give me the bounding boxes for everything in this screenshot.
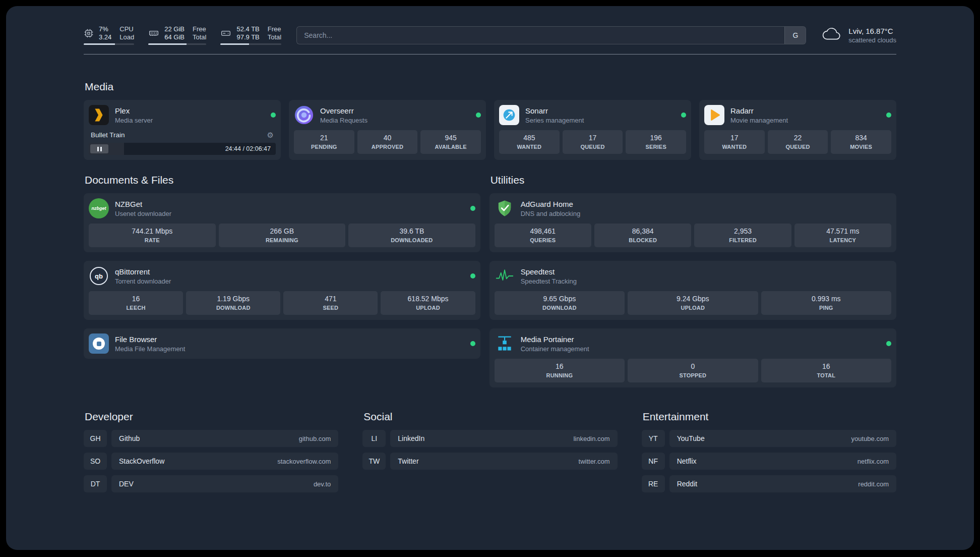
bookmark-abbr: DT xyxy=(84,475,107,492)
stat-wanted: 485 WANTED xyxy=(499,130,560,154)
plex-icon xyxy=(89,105,109,125)
nzbget-card[interactable]: nzbget NZBGet Usenet downloader 744.21 M… xyxy=(84,193,480,252)
disk-usage-bar xyxy=(220,43,281,45)
service-name: Radarr xyxy=(730,106,788,115)
stat-queued: 22 QUEUED xyxy=(768,130,828,154)
bookmark-dev[interactable]: DT DEV dev.to xyxy=(84,475,338,492)
bookmark-reddit[interactable]: RE Reddit reddit.com xyxy=(642,475,896,492)
bookmark-name: Netflix xyxy=(677,457,697,465)
stat-downloaded: 39.6 TB DOWNLOADED xyxy=(348,224,475,247)
memory-total: 64 GiB xyxy=(164,33,185,41)
bookmark-linkedin[interactable]: LI LinkedIn linkedin.com xyxy=(362,430,617,447)
adguard-icon xyxy=(495,198,515,218)
cloud-icon xyxy=(821,27,842,44)
service-desc: Series management xyxy=(525,117,584,124)
memory-total-label: Total xyxy=(193,33,206,41)
bookmark-url: linkedin.com xyxy=(573,435,609,442)
service-desc: Usenet downloader xyxy=(115,210,171,217)
memory-free-label: Free xyxy=(193,25,206,33)
bookmark-group-entertainment: Entertainment YT YouTube youtube.com NF … xyxy=(642,411,896,498)
bookmark-name: LinkedIn xyxy=(398,434,424,442)
bookmark-abbr: LI xyxy=(362,430,386,447)
bookmark-twitter[interactable]: TW Twitter twitter.com xyxy=(362,453,617,470)
resource-widgets: 7% CPU 3.24 Load xyxy=(84,25,281,45)
stat-pending: 21 PENDING xyxy=(294,130,354,154)
bookmark-github[interactable]: GH Github github.com xyxy=(84,430,338,447)
stat-seed: 471 SEED xyxy=(283,291,378,315)
dashboard-page: 7% CPU 3.24 Load xyxy=(6,6,974,550)
bookmark-url: reddit.com xyxy=(858,480,889,488)
plex-card[interactable]: Plex Media server Bullet Train ⚙ 24:44 /… xyxy=(84,100,281,160)
bookmark-url: netflix.com xyxy=(858,458,889,465)
bookmark-youtube[interactable]: YT YouTube youtube.com xyxy=(642,430,896,447)
sonarr-card[interactable]: Sonarr Series management 485 WANTED 17 Q… xyxy=(494,100,691,160)
disk-total: 97.9 TB xyxy=(236,33,259,41)
now-playing-progress: 24:44 / 02:06:47 xyxy=(89,143,276,155)
bookmark-url: stackoverflow.com xyxy=(277,458,331,465)
service-name: Sonarr xyxy=(525,106,584,115)
status-dot xyxy=(470,206,475,211)
stat-blocked: 86,384 BLOCKED xyxy=(594,224,691,247)
utilities-column: Utilities AdGuard Home DNS and adblockin… xyxy=(489,160,896,387)
disk-free-label: Free xyxy=(268,25,281,33)
stat-total: 16 TOTAL xyxy=(761,359,891,382)
cpu-load-label: Load xyxy=(119,33,134,41)
filebrowser-card[interactable]: File Browser Media File Management xyxy=(84,328,480,359)
bookmark-netflix[interactable]: NF Netflix netflix.com xyxy=(642,453,896,470)
bookmark-name: YouTube xyxy=(677,434,705,442)
now-playing-time: 24:44 / 02:06:47 xyxy=(225,145,274,152)
speedtest-icon xyxy=(495,266,515,286)
media-grid: Plex Media server Bullet Train ⚙ 24:44 /… xyxy=(84,100,896,160)
weather-widget[interactable]: Lviv, 16.87°C scattered clouds xyxy=(821,27,896,44)
stat-download: 9.65 Gbps DOWNLOAD xyxy=(495,291,625,315)
disk-total-label: Total xyxy=(268,33,281,41)
bookmark-group-social: Social LI LinkedIn linkedin.com TW Twitt… xyxy=(362,411,617,498)
status-dot xyxy=(476,113,481,118)
bookmark-abbr: TW xyxy=(362,453,386,470)
qbittorrent-icon: qb xyxy=(89,266,109,286)
search-provider-button[interactable]: G xyxy=(784,27,806,44)
memory-free: 22 GiB xyxy=(164,25,185,33)
bookmark-abbr: GH xyxy=(84,430,107,447)
gear-icon[interactable]: ⚙ xyxy=(267,131,274,139)
disk-icon xyxy=(220,28,231,38)
speedtest-card[interactable]: Speedtest Speedtest Tracking 9.65 Gbps D… xyxy=(489,261,896,320)
cpu-label: CPU xyxy=(119,25,134,33)
section-title-social: Social xyxy=(363,411,617,423)
bookmark-stackoverflow[interactable]: SO StackOverflow stackoverflow.com xyxy=(84,453,338,470)
portainer-card[interactable]: Media Portainer Container management 16 … xyxy=(489,328,896,387)
stat-download: 1.19 Gbps DOWNLOAD xyxy=(186,291,280,315)
bookmark-abbr: SO xyxy=(84,453,107,470)
memory-widget: 22 GiB Free 64 GiB Total xyxy=(148,25,206,45)
bookmark-name: DEV xyxy=(119,480,134,488)
topbar-divider xyxy=(84,54,896,54)
service-desc: Movie management xyxy=(730,117,788,124)
section-title-developer: Developer xyxy=(85,411,338,423)
service-desc: Media server xyxy=(115,117,153,124)
service-name: qBittorrent xyxy=(115,267,171,276)
stat-running: 16 RUNNING xyxy=(495,359,625,382)
service-name: File Browser xyxy=(115,335,185,344)
status-dot xyxy=(470,273,475,278)
bookmark-group-developer: Developer GH Github github.com SO StackO… xyxy=(84,411,338,498)
search-input[interactable] xyxy=(297,27,784,44)
stat-ping: 0.993 ms PING xyxy=(761,291,891,315)
service-desc: Media Requests xyxy=(320,117,368,124)
radarr-card[interactable]: Radarr Movie management 17 WANTED 22 QUE… xyxy=(699,100,896,160)
topbar: 7% CPU 3.24 Load xyxy=(84,25,896,45)
search-bar: G xyxy=(296,26,806,44)
qbittorrent-card[interactable]: qb qBittorrent Torrent downloader 16 LEE… xyxy=(84,261,480,320)
cpu-percent: 7% xyxy=(99,25,111,33)
overseerr-card[interactable]: Overseerr Media Requests 21 PENDING 40 A… xyxy=(289,100,486,160)
weather-location: Lviv, 16.87°C xyxy=(848,27,896,35)
adguard-card[interactable]: AdGuard Home DNS and adblocking 498,461 … xyxy=(489,193,896,252)
overseerr-icon xyxy=(294,105,314,125)
status-dot xyxy=(886,113,891,118)
stat-available: 945 AVAILABLE xyxy=(420,130,481,154)
documents-column: Documents & Files nzbget NZBGet Usenet d… xyxy=(84,160,480,387)
filebrowser-icon xyxy=(89,333,109,354)
pause-icon[interactable] xyxy=(90,144,108,153)
bookmark-url: dev.to xyxy=(314,480,331,488)
service-desc: Torrent downloader xyxy=(115,277,171,285)
bookmark-abbr: RE xyxy=(642,475,665,492)
